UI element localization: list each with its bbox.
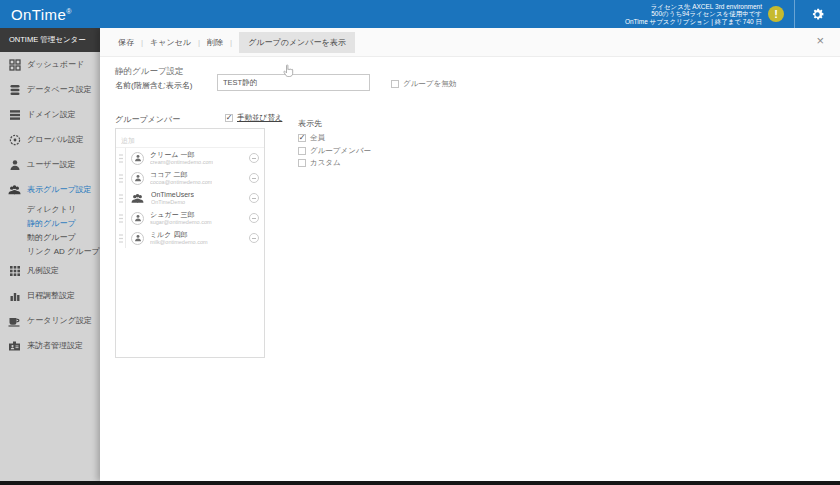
- add-member-input[interactable]: [116, 134, 264, 148]
- sidebar-item-schedule[interactable]: 日程調整設定: [0, 283, 100, 308]
- member-name: ミルク 四郎: [150, 231, 208, 239]
- sidebar-item-label: 表示グループ設定: [27, 184, 92, 195]
- legend-grid-icon: [8, 264, 21, 277]
- member-row[interactable]: ココア 二郎 cocoa@ontimedemo.com: [116, 168, 264, 188]
- remove-member-icon[interactable]: [249, 233, 259, 243]
- drag-handle-icon[interactable]: [116, 168, 126, 188]
- toolbar-divider: |: [198, 38, 200, 47]
- user-avatar-icon: [131, 212, 144, 225]
- domain-list-icon: [8, 108, 21, 121]
- remove-member-icon[interactable]: [249, 193, 259, 203]
- member-email: milk@ontimedemo.com: [150, 239, 208, 246]
- sidebar-item-label: ダッシュボード: [27, 59, 84, 70]
- drag-handle-icon[interactable]: [116, 188, 126, 208]
- visitor-badge-icon: [8, 339, 21, 352]
- cancel-button[interactable]: キャンセル: [150, 37, 191, 48]
- settings-gear-button[interactable]: [795, 0, 840, 28]
- member-email: sugar@ontimedemo.com: [150, 219, 212, 226]
- member-name: シュガー 三郎: [150, 211, 212, 219]
- checkbox-icon[interactable]: ✓: [298, 134, 306, 142]
- user-avatar-icon: [131, 172, 144, 185]
- toolbar-divider: |: [141, 38, 143, 47]
- sidebar-item-label: 日程調整設定: [27, 290, 75, 301]
- delete-button[interactable]: 削除: [207, 37, 223, 48]
- topbar: OnTime® ライセンス先 AXCEL 3rd environment 500…: [0, 0, 840, 28]
- display-to-label: 表示先: [298, 118, 371, 129]
- group-members-list: クリーム 一郎 cream@ontimedemo.com ココア 二郎 coco…: [115, 128, 265, 358]
- sidebar-item-catering[interactable]: ケータリング設定: [0, 308, 100, 333]
- sidebar-subitem-static-group[interactable]: 静的グループ: [0, 216, 100, 230]
- toolbar-divider: |: [230, 38, 232, 47]
- sidebar-header: ONTIME 管理センター: [0, 28, 100, 52]
- ontime-logo: OnTime®: [11, 6, 72, 23]
- license-info: ライセンス先 AXCEL 3rd environment 500のうち94ライセ…: [625, 3, 762, 26]
- remove-member-icon[interactable]: [249, 213, 259, 223]
- sidebar-item-label: データベース設定: [27, 84, 92, 95]
- display-to-section: 表示先 ✓ 全員 ✓ グループメンバー ✓ カスタム: [298, 118, 371, 171]
- group-members-label: グループメンバー: [115, 114, 180, 125]
- globe-icon: [8, 133, 21, 146]
- drag-handle-icon[interactable]: [116, 148, 126, 168]
- member-row[interactable]: ミルク 四郎 milk@ontimedemo.com: [116, 228, 264, 248]
- checkbox-icon[interactable]: ✓: [298, 159, 306, 167]
- manual-sort-option[interactable]: ✓ 手動並び替え: [225, 113, 282, 123]
- remove-member-icon[interactable]: [249, 173, 259, 183]
- gear-icon: [810, 7, 825, 22]
- member-name: ココア 二郎: [150, 171, 212, 179]
- sidebar-subitem-dynamic-group[interactable]: 動的グループ: [0, 230, 100, 244]
- sidebar-item-label: 凡例設定: [27, 265, 59, 276]
- sidebar-item-label: ユーザー設定: [27, 159, 75, 170]
- sidebar-item-domain[interactable]: ドメイン設定: [0, 102, 100, 127]
- sidebar-item-legend[interactable]: 凡例設定: [0, 258, 100, 283]
- drag-handle-icon[interactable]: [116, 208, 126, 228]
- dashboard-icon: [8, 58, 21, 71]
- sidebar-item-global[interactable]: グローバル設定: [0, 127, 100, 152]
- disable-group-option[interactable]: ✓ グループを無効: [391, 79, 456, 89]
- group-icon: [8, 183, 21, 196]
- sidebar-item-visitor[interactable]: 来訪者管理設定: [0, 333, 100, 358]
- sidebar-item-label: ドメイン設定: [27, 109, 76, 120]
- sidebar-item-dashboard[interactable]: ダッシュボード: [0, 52, 100, 77]
- sidebar-item-label: 来訪者管理設定: [27, 340, 83, 351]
- close-icon[interactable]: ×: [816, 33, 824, 48]
- member-name: OnTimeUsers: [151, 191, 194, 199]
- sidebar-subitem-link-ad-group[interactable]: リンク AD グループ: [0, 244, 100, 258]
- display-option-everyone[interactable]: ✓ 全員: [298, 133, 371, 143]
- mouse-cursor-hand: [283, 64, 294, 78]
- coffee-cup-icon: [8, 314, 21, 327]
- save-button[interactable]: 保存: [118, 37, 134, 48]
- remove-member-icon[interactable]: [249, 153, 259, 163]
- show-group-members-button[interactable]: グループのメンバーを表示: [239, 32, 355, 53]
- member-row[interactable]: OnTimeUsers OnTimeDemo: [116, 188, 264, 208]
- display-option-group-members[interactable]: ✓ グループメンバー: [298, 146, 371, 156]
- page-title: 静的グループ設定: [115, 66, 184, 78]
- user-avatar-icon: [131, 232, 144, 245]
- checkbox-icon[interactable]: ✓: [391, 80, 399, 88]
- bar-chart-icon: [8, 289, 21, 302]
- member-name: クリーム 一郎: [150, 151, 213, 159]
- member-email: cocoa@ontimedemo.com: [150, 179, 212, 186]
- sidebar-subitem-directory[interactable]: ディレクトリ: [0, 202, 100, 216]
- sidebar-item-label: ケータリング設定: [27, 315, 92, 326]
- group-avatar-icon: [130, 191, 145, 206]
- checkbox-icon[interactable]: ✓: [298, 147, 306, 155]
- database-icon: [8, 83, 21, 96]
- display-option-custom[interactable]: ✓ カスタム: [298, 158, 371, 168]
- user-icon: [8, 158, 21, 171]
- sidebar-item-label: グローバル設定: [27, 134, 84, 145]
- sidebar-item-display-groups[interactable]: 表示グループ設定: [0, 177, 100, 202]
- user-avatar-icon: [131, 152, 144, 165]
- drag-handle-icon[interactable]: [116, 228, 126, 248]
- sidebar-nav: ダッシュボード データベース設定 ドメイン設定 グローバル設定: [0, 52, 100, 481]
- toolbar: 保存 | キャンセル | 削除 | グループのメンバーを表示 ×: [100, 28, 840, 57]
- checkbox-icon[interactable]: ✓: [225, 114, 233, 122]
- member-email: cream@ontimedemo.com: [150, 159, 213, 166]
- warning-icon[interactable]: !: [768, 6, 784, 22]
- sidebar-item-database[interactable]: データベース設定: [0, 77, 100, 102]
- member-row[interactable]: クリーム 一郎 cream@ontimedemo.com: [116, 148, 264, 168]
- main-content: 保存 | キャンセル | 削除 | グループのメンバーを表示 × 静的グループ設…: [100, 28, 840, 481]
- member-email: OnTimeDemo: [151, 199, 194, 206]
- name-field-label: 名前(階層含む表示名): [115, 80, 193, 91]
- sidebar-item-users[interactable]: ユーザー設定: [0, 152, 100, 177]
- member-row[interactable]: シュガー 三郎 sugar@ontimedemo.com: [116, 208, 264, 228]
